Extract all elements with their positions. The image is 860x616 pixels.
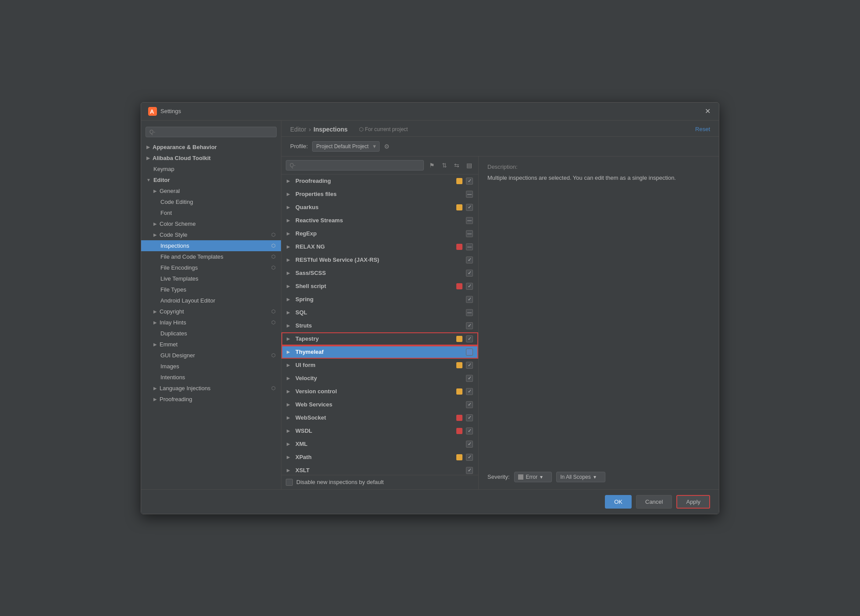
sidebar-item-inspections[interactable]: Inspections ⬡ bbox=[141, 240, 281, 251]
disable-row: Disable new inspections by default bbox=[281, 475, 478, 489]
sidebar-item-copyright[interactable]: ▶ Copyright ⬡ bbox=[141, 306, 281, 317]
sidebar-item-proofreading-bottom[interactable]: ▶ Proofreading bbox=[141, 394, 281, 405]
disable-checkbox[interactable] bbox=[286, 479, 293, 486]
insp-item-quarkus[interactable]: ▶ Quarkus bbox=[281, 201, 478, 214]
insp-item-restful[interactable]: ▶ RESTful Web Service (JAX-RS) bbox=[281, 253, 478, 267]
sidebar-item-code-editing[interactable]: Code Editing bbox=[141, 196, 281, 207]
sidebar-item-file-code-templates[interactable]: File and Code Templates ⬡ bbox=[141, 251, 281, 262]
insp-checkbox[interactable] bbox=[466, 375, 473, 382]
insp-arrow-icon: ▶ bbox=[287, 271, 292, 275]
insp-checkbox[interactable] bbox=[466, 296, 473, 303]
insp-checkbox[interactable] bbox=[466, 388, 473, 395]
insp-checkbox[interactable] bbox=[466, 335, 473, 342]
filter-icon[interactable]: ⚑ bbox=[427, 161, 437, 170]
severity-select[interactable]: Error ▾ bbox=[514, 472, 552, 482]
reset-button[interactable]: Reset bbox=[695, 126, 710, 132]
sidebar-item-font[interactable]: Font bbox=[141, 207, 281, 218]
insp-item-reactive[interactable]: ▶ Reactive Streams bbox=[281, 214, 478, 227]
insp-checkbox[interactable] bbox=[466, 467, 473, 474]
insp-checkbox[interactable] bbox=[466, 270, 473, 277]
close-button[interactable]: ✕ bbox=[703, 107, 712, 116]
insp-checkbox[interactable] bbox=[466, 178, 473, 185]
insp-item-xml[interactable]: ▶ XML bbox=[281, 438, 478, 451]
insp-checkbox[interactable] bbox=[466, 309, 473, 316]
sidebar-item-appearance[interactable]: ▶ Appearance & Behavior bbox=[141, 142, 281, 153]
layout-icon[interactable]: ▤ bbox=[465, 161, 474, 170]
sidebar-item-language-injections[interactable]: ▶ Language Injections ⬡ bbox=[141, 383, 281, 394]
description-text: Multiple inspections are selected. You c… bbox=[487, 174, 710, 182]
insp-item-relax[interactable]: ▶ RELAX NG bbox=[281, 240, 478, 253]
insp-item-xslt[interactable]: ▶ XSLT bbox=[281, 464, 478, 475]
gear-icon[interactable]: ⚙ bbox=[384, 143, 390, 150]
sidebar-item-label: Live Templates bbox=[160, 275, 198, 282]
ok-button[interactable]: OK bbox=[605, 495, 632, 509]
sidebar-item-editor[interactable]: ▼ Editor bbox=[141, 174, 281, 185]
scope-select[interactable]: In All Scopes ▾ bbox=[556, 472, 605, 482]
sidebar-item-alibaba[interactable]: ▶ Alibaba Cloud Toolkit bbox=[141, 153, 281, 164]
insp-checkbox[interactable] bbox=[466, 427, 473, 434]
insp-item-regexp[interactable]: ▶ RegExp bbox=[281, 227, 478, 240]
sidebar-item-live-templates[interactable]: Live Templates bbox=[141, 273, 281, 284]
insp-item-sass[interactable]: ▶ Sass/SCSS bbox=[281, 267, 478, 280]
insp-item-wsdl[interactable]: ▶ WSDL bbox=[281, 424, 478, 438]
insp-item-websocket[interactable]: ▶ WebSocket bbox=[281, 411, 478, 424]
insp-checkbox[interactable] bbox=[466, 362, 473, 369]
insp-checkbox[interactable] bbox=[466, 217, 473, 224]
insp-checkbox[interactable] bbox=[466, 401, 473, 408]
sidebar-item-inlay-hints[interactable]: ▶ Inlay Hints ⬡ bbox=[141, 317, 281, 328]
insp-checkbox[interactable] bbox=[466, 230, 473, 237]
insp-item-version[interactable]: ▶ Version control bbox=[281, 385, 478, 398]
insp-checkbox[interactable] bbox=[466, 441, 473, 448]
insp-checkbox[interactable] bbox=[466, 243, 473, 250]
copy-icon: ⬡ bbox=[271, 385, 276, 391]
sidebar-item-images[interactable]: Images bbox=[141, 361, 281, 372]
insp-item-velocity[interactable]: ▶ Velocity bbox=[281, 372, 478, 385]
insp-checkbox[interactable] bbox=[466, 322, 473, 329]
insp-item-uiform[interactable]: ▶ UI form bbox=[281, 359, 478, 372]
insp-item-shell[interactable]: ▶ Shell script bbox=[281, 280, 478, 293]
insp-arrow-icon: ▶ bbox=[287, 192, 292, 196]
insp-checkbox[interactable] bbox=[466, 191, 473, 198]
insp-item-tapestry[interactable]: ▶ Tapestry bbox=[281, 332, 478, 345]
insp-item-struts[interactable]: ▶ Struts bbox=[281, 319, 478, 332]
insp-checkbox[interactable] bbox=[466, 204, 473, 211]
arrow-icon: ▶ bbox=[153, 189, 157, 193]
inspections-search-input[interactable] bbox=[286, 160, 424, 171]
sidebar-item-android-layout[interactable]: Android Layout Editor bbox=[141, 295, 281, 306]
insp-checkbox[interactable] bbox=[466, 256, 473, 263]
insp-item-proofreading[interactable]: ▶ Proofreading bbox=[281, 174, 478, 188]
collapse-icon[interactable]: ⇆ bbox=[452, 161, 461, 170]
insp-checkbox[interactable] bbox=[466, 349, 473, 356]
insp-color bbox=[456, 362, 462, 368]
insp-item-spring[interactable]: ▶ Spring bbox=[281, 293, 478, 306]
insp-checkbox[interactable] bbox=[466, 283, 473, 290]
inspections-scroll[interactable]: ▶ Proofreading ▶ Properties files bbox=[281, 174, 478, 475]
expand-icon[interactable]: ⇅ bbox=[440, 161, 449, 170]
sidebar-item-gui-designer[interactable]: GUI Designer ⬡ bbox=[141, 350, 281, 361]
insp-checkbox[interactable] bbox=[466, 454, 473, 461]
profile-select[interactable]: Project Default Project bbox=[312, 141, 380, 152]
sidebar-search-input[interactable] bbox=[146, 127, 277, 137]
insp-item-xpath[interactable]: ▶ XPath bbox=[281, 451, 478, 464]
insp-item-properties[interactable]: ▶ Properties files bbox=[281, 188, 478, 201]
sidebar-item-duplicates[interactable]: Duplicates bbox=[141, 328, 281, 339]
sidebar-item-emmet[interactable]: ▶ Emmet bbox=[141, 339, 281, 350]
breadcrumb: Editor › Inspections ⬡ For current proje… bbox=[290, 126, 408, 133]
insp-name: Tapestry bbox=[295, 335, 453, 342]
sidebar-item-color-scheme[interactable]: ▶ Color Scheme bbox=[141, 218, 281, 229]
sidebar-item-code-style[interactable]: ▶ Code Style ⬡ bbox=[141, 229, 281, 240]
sidebar-item-file-encodings[interactable]: File Encodings ⬡ bbox=[141, 262, 281, 273]
insp-checkbox[interactable] bbox=[466, 414, 473, 421]
insp-name: Sass/SCSS bbox=[295, 270, 462, 276]
sidebar-item-intentions[interactable]: Intentions bbox=[141, 372, 281, 383]
insp-item-thymeleaf[interactable]: ▶ Thymeleaf bbox=[281, 345, 478, 359]
sidebar-item-file-types[interactable]: File Types bbox=[141, 284, 281, 295]
apply-button[interactable]: Apply bbox=[676, 495, 710, 509]
insp-item-sql[interactable]: ▶ SQL bbox=[281, 306, 478, 319]
insp-item-webservices[interactable]: ▶ Web Services bbox=[281, 398, 478, 411]
severity-label: Severity: bbox=[487, 474, 510, 480]
cancel-button[interactable]: Cancel bbox=[636, 495, 672, 509]
sidebar-item-general[interactable]: ▶ General bbox=[141, 185, 281, 196]
scope-dropdown-icon: ▾ bbox=[593, 474, 596, 480]
sidebar-item-keymap[interactable]: Keymap bbox=[141, 164, 281, 174]
